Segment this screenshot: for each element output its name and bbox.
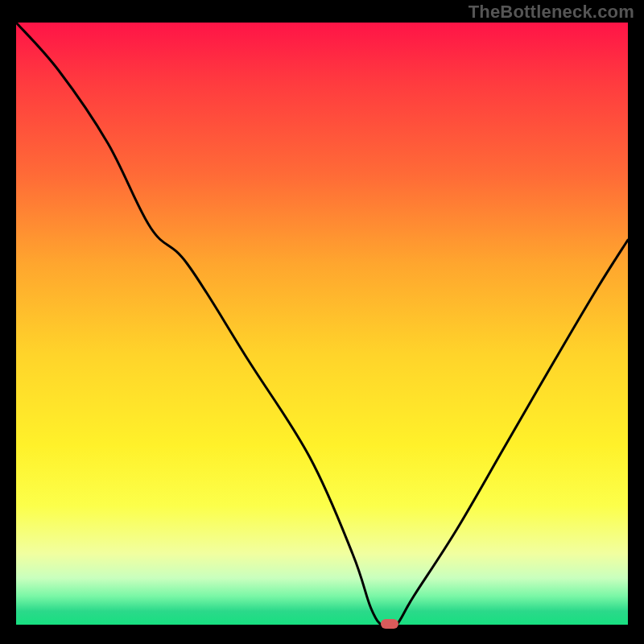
bottleneck-curve — [16, 23, 628, 626]
optimal-marker — [381, 619, 398, 629]
plot-area — [16, 23, 628, 626]
x-axis-baseline — [16, 625, 628, 626]
chart-frame: TheBottleneck.com — [0, 0, 644, 644]
watermark-text: TheBottleneck.com — [469, 2, 634, 23]
curve-layer — [16, 23, 628, 626]
